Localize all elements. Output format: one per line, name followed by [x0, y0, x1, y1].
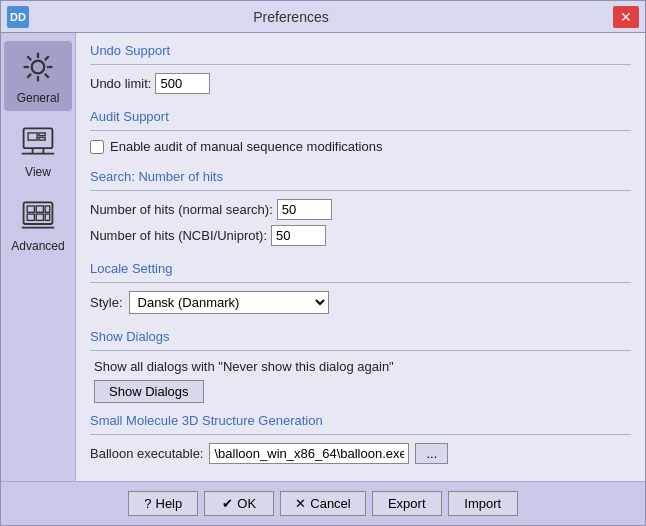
- help-label: Help: [156, 496, 183, 511]
- normal-search-label: Number of hits (normal search):: [90, 202, 273, 217]
- sidebar-label-view: View: [25, 165, 51, 179]
- locale-title: Locale Setting: [90, 261, 631, 276]
- svg-rect-18: [27, 214, 34, 220]
- content-area: General View: [1, 33, 645, 481]
- audit-checkbox-row: Enable audit of manual sequence modifica…: [90, 139, 631, 154]
- main-panel: Undo Support Undo limit: Audit Support E…: [76, 33, 645, 481]
- export-label: Export: [388, 496, 426, 511]
- svg-line-6: [45, 74, 49, 78]
- audit-checkbox-label: Enable audit of manual sequence modifica…: [110, 139, 382, 154]
- undo-limit-label: Undo limit:: [90, 76, 151, 91]
- title-bar-left: DD: [7, 6, 29, 28]
- sidebar-label-advanced: Advanced: [11, 239, 64, 253]
- sidebar-label-general: General: [17, 91, 60, 105]
- audit-checkbox[interactable]: [90, 140, 104, 154]
- export-button[interactable]: Export: [372, 491, 442, 516]
- svg-rect-17: [27, 206, 34, 212]
- locale-select[interactable]: Dansk (Danmark) English (United States) …: [129, 291, 329, 314]
- svg-point-0: [32, 61, 45, 74]
- ok-label: OK: [237, 496, 256, 511]
- import-button[interactable]: Import: [448, 491, 518, 516]
- locale-section: Locale Setting Style: Dansk (Danmark) En…: [90, 261, 631, 319]
- title-bar: DD Preferences ✕: [1, 1, 645, 33]
- undo-limit-row: Undo limit:: [90, 73, 631, 94]
- search-title: Search: Number of hits: [90, 169, 631, 184]
- svg-rect-15: [39, 137, 45, 140]
- svg-line-7: [45, 56, 49, 60]
- cancel-button[interactable]: ✕ Cancel: [280, 491, 365, 516]
- normal-search-input[interactable]: [277, 199, 332, 220]
- svg-rect-22: [45, 214, 50, 220]
- audit-title: Audit Support: [90, 109, 631, 124]
- undo-title: Undo Support: [90, 43, 631, 58]
- ncbi-search-row: Number of hits (NCBI/Uniprot):: [90, 225, 631, 246]
- svg-rect-13: [28, 133, 37, 140]
- show-dialogs-info: Show all dialogs with "Never show this d…: [90, 359, 631, 374]
- help-icon: ?: [144, 496, 151, 511]
- small-molecule-title: Small Molecule 3D Structure Generation: [90, 413, 631, 428]
- import-label: Import: [464, 496, 501, 511]
- balloon-browse-button[interactable]: ...: [415, 443, 448, 464]
- show-dialogs-section: Show Dialogs Show all dialogs with "Neve…: [90, 329, 631, 403]
- help-button[interactable]: ? Help: [128, 491, 198, 516]
- svg-rect-19: [36, 206, 43, 212]
- close-button[interactable]: ✕: [613, 6, 639, 28]
- gear-icon: [18, 47, 58, 87]
- sidebar-item-general[interactable]: General: [4, 41, 72, 111]
- svg-rect-14: [39, 133, 45, 136]
- ok-button[interactable]: ✔ OK: [204, 491, 274, 516]
- undo-limit-input[interactable]: [155, 73, 210, 94]
- app-logo: DD: [7, 6, 29, 28]
- cancel-label: Cancel: [310, 496, 350, 511]
- balloon-label: Balloon executable:: [90, 446, 203, 461]
- search-section: Search: Number of hits Number of hits (n…: [90, 169, 631, 251]
- view-icon: [18, 121, 58, 161]
- bottom-bar: ? Help ✔ OK ✕ Cancel Export Import: [1, 481, 645, 525]
- window-title: Preferences: [29, 9, 553, 25]
- sidebar-item-view[interactable]: View: [4, 115, 72, 185]
- svg-rect-20: [36, 214, 43, 220]
- ok-icon: ✔: [222, 496, 233, 511]
- balloon-row: Balloon executable: ...: [90, 443, 631, 464]
- locale-style-label: Style:: [90, 295, 123, 310]
- cancel-icon: ✕: [295, 496, 306, 511]
- balloon-input[interactable]: [209, 443, 409, 464]
- sidebar-item-advanced[interactable]: Advanced: [4, 189, 72, 259]
- preferences-window: DD Preferences ✕: [0, 0, 646, 526]
- show-dialogs-title: Show Dialogs: [90, 329, 631, 344]
- svg-line-5: [27, 56, 31, 60]
- ncbi-search-input[interactable]: [271, 225, 326, 246]
- svg-rect-21: [45, 206, 50, 212]
- advanced-icon: [18, 195, 58, 235]
- sidebar: General View: [1, 33, 76, 481]
- undo-section: Undo Support Undo limit:: [90, 43, 631, 99]
- ncbi-search-label: Number of hits (NCBI/Uniprot):: [90, 228, 267, 243]
- show-dialogs-button[interactable]: Show Dialogs: [94, 380, 204, 403]
- svg-line-8: [27, 74, 31, 78]
- audit-section: Audit Support Enable audit of manual seq…: [90, 109, 631, 159]
- locale-row: Style: Dansk (Danmark) English (United S…: [90, 291, 631, 314]
- normal-search-row: Number of hits (normal search):: [90, 199, 631, 220]
- small-molecule-section: Small Molecule 3D Structure Generation B…: [90, 413, 631, 469]
